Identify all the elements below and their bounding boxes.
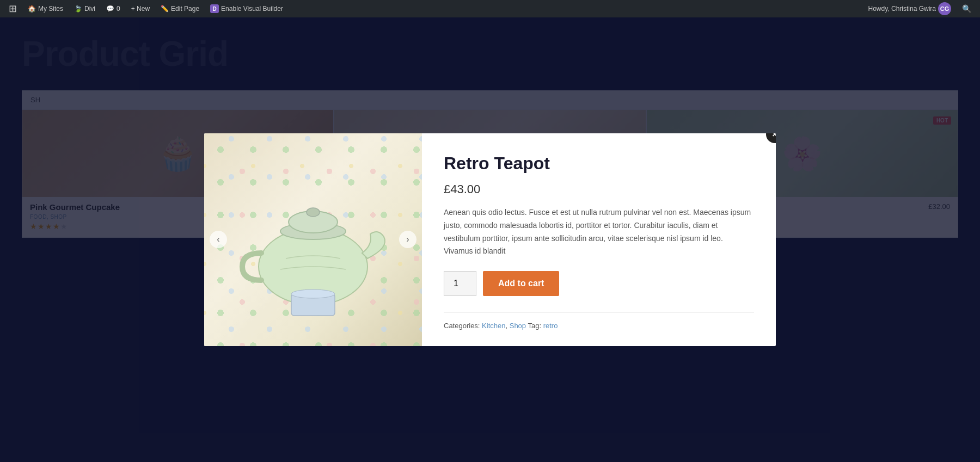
visual-builder-item[interactable]: D Enable Visual Builder [206,0,287,17]
edit-page-label: Edit Page [171,5,199,13]
teapot-svg [231,158,395,321]
howdy-label: Howdy, Christina Gwira [868,5,936,13]
category-shop-link[interactable]: Shop [510,322,526,330]
wp-logo-item[interactable]: ⊞ [4,0,21,17]
leaf-icon: 🍃 [74,5,82,13]
modal-description: Aenean quis odio lectus. Fusce et est ut… [444,206,754,258]
comments-item[interactable]: 💬 0 [102,0,125,17]
modal-next-button[interactable]: › [399,231,416,248]
modal-overlay[interactable]: × [0,17,980,462]
my-sites-item[interactable]: 🏠 My Sites [23,0,68,17]
modal-product-name: Retro Teapot [444,153,754,174]
divi-d-icon: D [210,4,219,13]
pencil-icon: ✏️ [161,5,169,13]
admin-bar: ⊞ 🏠 My Sites 🍃 Divi 💬 0 + New ✏️ Edit Pa… [0,0,980,17]
home-icon: 🏠 [28,5,36,13]
modal-image-background [204,133,422,347]
modal-meta: Categories: Kitchen, Shop Tag: retro [444,322,754,330]
modal-divider [444,312,754,313]
categories-label: Categories: [444,322,480,330]
new-item[interactable]: + New [127,0,154,17]
modal-details: Retro Teapot £43.00 Aenean quis odio lec… [422,133,776,347]
modal-image-section: ‹ › [204,133,422,347]
comments-label: 0 [117,5,120,13]
search-icon[interactable]: 🔍 [958,4,976,13]
add-to-cart-button[interactable]: Add to cart [483,271,559,296]
user-greeting[interactable]: Howdy, Christina Gwira CG [864,0,955,17]
comment-icon: 💬 [106,5,114,13]
divi-label: Divi [84,5,95,13]
tag-label: Tag: [528,322,541,330]
new-label: + New [131,5,150,13]
modal-prev-button[interactable]: ‹ [210,231,227,248]
my-sites-label: My Sites [38,5,63,13]
modal-price: £43.00 [444,182,754,196]
tag-retro-link[interactable]: retro [543,322,558,330]
product-modal: × [204,133,776,347]
visual-builder-label: Enable Visual Builder [221,5,283,13]
user-avatar: CG [938,2,951,15]
divi-item[interactable]: 🍃 Divi [70,0,100,17]
modal-add-to-cart-row: Add to cart [444,271,754,296]
edit-page-item[interactable]: ✏️ Edit Page [156,0,204,17]
svg-point-5 [291,289,335,298]
category-kitchen-link[interactable]: Kitchen [482,322,505,330]
wp-logo-icon: ⊞ [9,3,17,15]
admin-bar-right: Howdy, Christina Gwira CG 🔍 [864,0,976,17]
quantity-input[interactable] [444,271,476,296]
svg-point-3 [307,208,320,217]
